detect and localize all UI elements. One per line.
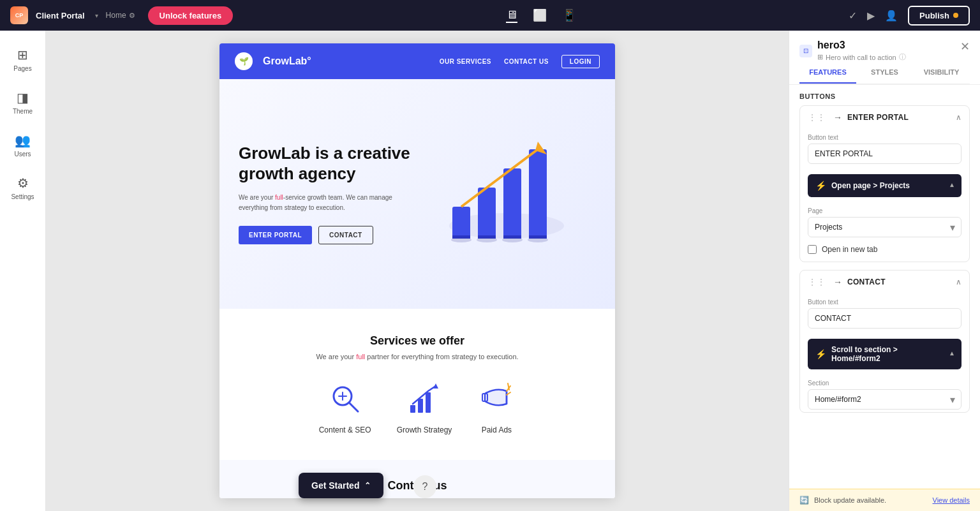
update-icon: 🔄 [799, 496, 809, 505]
unlock-features-button[interactable]: Unlock features [148, 6, 234, 25]
pages-icon: ⊞ [17, 47, 28, 63]
settings-label: Settings [11, 193, 34, 200]
hero-buttons: ENTER PORTAL CONTACT [239, 226, 417, 244]
page-label: Page [808, 207, 961, 214]
page-select[interactable]: Projects [808, 217, 961, 237]
contact-chevron: ∧ [956, 278, 961, 286]
home-link[interactable]: Home ⚙ [106, 11, 135, 20]
site-logo-text: GrowLab° [263, 56, 311, 67]
canvas: 🌱 GrowLab° OUR SERVICES CONTACT US LOGIN… [46, 31, 789, 511]
hero-section: GrowLab is a creative growth agency We a… [219, 79, 615, 309]
sidebar-item-theme[interactable]: ◨ Theme [4, 84, 42, 121]
settings-icon: ⚙ [17, 175, 29, 191]
site-logo-icon: 🌱 [235, 52, 253, 70]
enter-portal-input[interactable] [808, 144, 961, 164]
growth-chart [436, 124, 577, 264]
site-nav-links: OUR SERVICES CONTACT US LOGIN [440, 55, 600, 68]
enter-portal-header[interactable]: ⋮⋮ → ENTER PORTAL ∧ [800, 106, 969, 129]
tab-visibility[interactable]: VISIBILITY [913, 62, 970, 84]
publish-button[interactable]: Publish [908, 6, 970, 26]
users-icon: 👥 [15, 133, 31, 148]
enter-portal-button[interactable]: ENTER PORTAL [239, 226, 312, 244]
theme-icon: ◨ [17, 90, 29, 105]
service-ads: Paid Ads [477, 380, 516, 434]
svg-point-10 [451, 237, 471, 242]
scroll-lightning-icon: ⚡ [815, 349, 826, 359]
enter-portal-field: Button text [800, 129, 969, 169]
contact-header[interactable]: ⋮⋮ → CONTACT ∧ [800, 270, 969, 293]
sidebar: ⊞ Pages ◨ Theme 👥 Users ⚙ Settings [0, 31, 46, 511]
publish-dot [953, 13, 958, 18]
desktop-icon[interactable]: 🖥 [506, 8, 517, 23]
view-details-link[interactable]: View details [933, 496, 970, 504]
hero-graphic [417, 105, 596, 283]
open-page-action[interactable]: ⚡ Open page > Projects ▾ [808, 174, 961, 197]
topbar-right: ✓ ▶ 👤 Publish [849, 6, 970, 26]
growth-label: Growth Strategy [397, 426, 452, 434]
website-preview: 🌱 GrowLab° OUR SERVICES CONTACT US LOGIN… [219, 43, 615, 498]
panel-icon-title: ⊡ hero3 ⊞ Hero with call to action ⓘ [799, 40, 906, 62]
contact-field: Button text [800, 293, 969, 334]
section-field: Section Home/#form2 [800, 374, 969, 412]
scroll-section-action[interactable]: ⚡ Scroll to section > Home/#form2 ▾ [808, 339, 961, 369]
services-title: Services we offer [239, 334, 596, 348]
ads-icon [477, 380, 516, 418]
panel-tabs: FEATURES STYLES VISIBILITY [799, 62, 970, 84]
help-button[interactable]: ? [413, 475, 436, 498]
contact-button[interactable]: CONTACT [318, 226, 373, 244]
nav-contact-us[interactable]: CONTACT US [504, 58, 549, 65]
users-label: Users [14, 151, 31, 158]
panel-title: hero3 [817, 40, 906, 51]
nav-our-services[interactable]: OUR SERVICES [440, 58, 491, 65]
get-started-fab[interactable]: Get Started ⌃ [299, 473, 383, 498]
close-panel-button[interactable]: ✕ [960, 40, 970, 54]
scroll-chevron: ▾ [950, 350, 954, 359]
arrow-icon-contact: → [833, 277, 842, 287]
open-new-tab-checkbox[interactable] [808, 245, 817, 254]
enter-portal-entry: ⋮⋮ → ENTER PORTAL ∧ Button text ⚡ Open p… [799, 105, 970, 262]
tablet-icon[interactable]: ⬜ [533, 8, 547, 23]
services-section: Services we offer We are your full partn… [219, 309, 615, 460]
enter-portal-chevron: ∧ [956, 113, 961, 122]
mobile-icon[interactable]: 📱 [562, 8, 576, 23]
section-select-wrapper: Home/#form2 [808, 389, 961, 410]
contact-title-label: CONTACT [847, 278, 951, 286]
svg-rect-18 [410, 405, 415, 413]
hero-title: GrowLab is a creative growth agency [239, 144, 417, 183]
sidebar-item-settings[interactable]: ⚙ Settings [4, 169, 42, 207]
app-caret[interactable]: ▾ [95, 12, 98, 19]
service-seo: Content & SEO [319, 380, 371, 434]
seo-icon [326, 380, 364, 418]
svg-rect-5 [503, 168, 521, 239]
open-new-tab-row: Open in new tab [800, 240, 969, 262]
buttons-section: BUTTONS ⋮⋮ → ENTER PORTAL ∧ Button text … [789, 85, 980, 428]
section-select[interactable]: Home/#form2 [808, 389, 961, 410]
sidebar-item-pages[interactable]: ⊞ Pages [4, 41, 42, 78]
svg-rect-7 [529, 149, 547, 239]
sidebar-item-users[interactable]: 👥 Users [4, 126, 42, 164]
user-icon[interactable]: 👤 [885, 10, 898, 22]
play-icon[interactable]: ▶ [867, 10, 875, 22]
check-icon[interactable]: ✓ [849, 10, 857, 22]
panel-header: ⊡ hero3 ⊞ Hero with call to action ⓘ ✕ [799, 40, 970, 62]
growth-icon [405, 380, 443, 418]
drag-handle-enter: ⋮⋮ [808, 112, 826, 122]
app-icon: CP [10, 6, 28, 24]
svg-line-15 [349, 403, 358, 411]
svg-rect-19 [418, 399, 423, 413]
contact-input[interactable] [808, 308, 961, 329]
nav-login[interactable]: LOGIN [561, 55, 600, 68]
scroll-label: Scroll to section > Home/#form2 [831, 345, 945, 363]
fab-chevron: ⌃ [364, 481, 371, 490]
contact-field-label: Button text [808, 299, 961, 306]
panel-block-icon: ⊡ [799, 45, 812, 57]
seo-label: Content & SEO [319, 426, 371, 434]
app-title: Client Portal [36, 11, 85, 20]
tab-features[interactable]: FEATURES [799, 62, 856, 84]
services-subtitle: We are your full partner for everything … [239, 353, 596, 360]
update-text: Block update available. [814, 496, 928, 504]
hero-text: GrowLab is a creative growth agency We a… [239, 144, 417, 244]
tab-styles[interactable]: STYLES [856, 62, 913, 84]
section-label: Section [808, 380, 961, 387]
open-new-tab-label: Open in new tab [822, 245, 877, 254]
